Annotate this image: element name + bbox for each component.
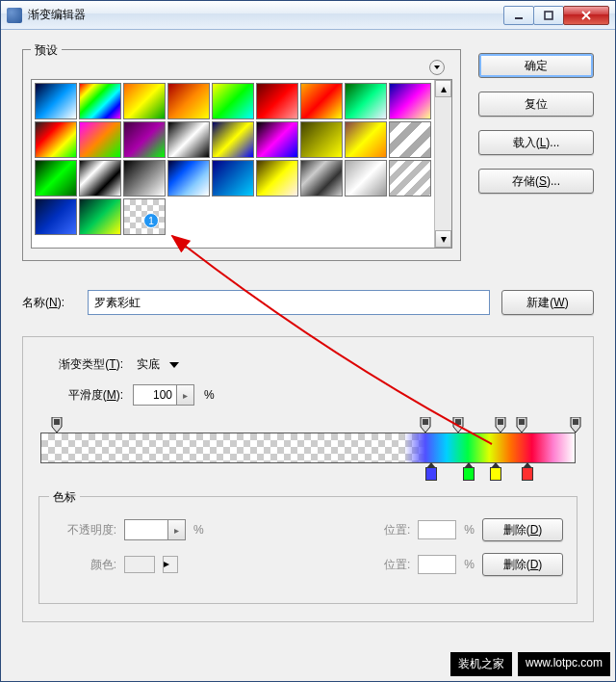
scroll-track[interactable] <box>435 97 451 230</box>
opacity-position-input <box>418 520 456 539</box>
preset-swatch[interactable] <box>212 83 254 119</box>
svg-rect-4 <box>455 419 461 425</box>
svg-rect-0 <box>515 17 523 19</box>
gradient-bar-area <box>40 415 576 483</box>
svg-rect-1 <box>545 12 552 19</box>
preset-swatch[interactable] <box>256 160 298 197</box>
preset-swatch[interactable] <box>123 160 166 197</box>
presets-legend: 预设 <box>31 42 62 59</box>
preset-swatch[interactable] <box>389 83 431 119</box>
preset-swatch[interactable] <box>79 121 121 158</box>
color-stop[interactable] <box>425 467 437 481</box>
presets-scroll: ▴ ▾ <box>31 79 452 249</box>
preset-swatch[interactable] <box>345 83 387 119</box>
opacity-field: ▸ <box>124 519 186 540</box>
smoothness-label: 平滑度(M): <box>38 387 123 404</box>
opacity-label: 不透明度: <box>53 522 116 538</box>
preset-swatch[interactable] <box>35 121 77 158</box>
preset-swatch[interactable] <box>35 83 77 119</box>
presets-scrollbar[interactable]: ▴ ▾ <box>434 80 451 248</box>
preset-swatch[interactable] <box>212 160 254 197</box>
preset-swatch[interactable] <box>123 121 166 158</box>
window-title: 渐变编辑器 <box>28 7 504 23</box>
smoothness-spinner[interactable]: ▸ <box>177 384 194 406</box>
stops-legend: 色标 <box>49 489 80 506</box>
gradient-settings-group: 渐变类型(T): 实底 平滑度(M): ▸ % 色标 <box>22 336 594 622</box>
preset-swatch[interactable] <box>79 83 121 119</box>
watermark: 装机之家 www.lotpc.com <box>450 652 610 676</box>
presets-menu-button[interactable] <box>429 60 445 75</box>
preset-swatch[interactable] <box>256 121 298 158</box>
opacity-spinner: ▸ <box>168 519 186 540</box>
preset-swatch[interactable] <box>300 160 343 197</box>
preset-swatch[interactable] <box>123 198 166 235</box>
gradient-type-select[interactable]: 实底 <box>133 354 179 375</box>
preset-swatch[interactable] <box>79 198 121 235</box>
opacity-stop[interactable] <box>451 417 465 431</box>
titlebar[interactable]: 渐变编辑器 <box>1 1 615 30</box>
opacity-input <box>124 519 168 540</box>
color-stops-group: 色标 不透明度: ▸ % 位置: % 删除(D) 颜色: <box>38 496 578 604</box>
color-stop[interactable] <box>490 467 501 481</box>
preset-swatch[interactable] <box>35 160 77 197</box>
smoothness-field[interactable]: ▸ <box>133 384 194 406</box>
scroll-down-button[interactable]: ▾ <box>435 230 451 248</box>
color-position-input <box>418 555 456 574</box>
reset-button[interactable]: 复位 <box>478 92 594 117</box>
opacity-delete-button[interactable]: 删除(D) <box>482 518 563 541</box>
name-label: 名称(N): <box>22 295 76 311</box>
close-button[interactable] <box>563 6 609 25</box>
gradient-bar[interactable] <box>40 433 576 463</box>
color-delete-button[interactable]: 删除(D) <box>482 553 563 576</box>
gradient-type-label: 渐变类型(T): <box>38 356 123 373</box>
preset-swatch[interactable] <box>345 160 387 197</box>
opacity-stop[interactable] <box>494 417 507 431</box>
dropdown-arrow-icon <box>169 362 179 368</box>
preset-swatch[interactable] <box>345 121 387 158</box>
load-button[interactable]: 载入(L)... <box>478 130 594 155</box>
preset-swatch[interactable] <box>212 121 254 158</box>
preset-swatch[interactable] <box>167 160 210 197</box>
preset-swatch[interactable] <box>79 160 121 197</box>
presets-grid <box>32 80 434 248</box>
preset-swatch[interactable] <box>389 121 431 158</box>
smoothness-input[interactable] <box>133 384 177 406</box>
color-label: 颜色: <box>53 557 116 573</box>
color-stop[interactable] <box>463 467 475 481</box>
preset-swatch[interactable] <box>300 121 343 158</box>
opacity-position-label: 位置: <box>384 522 410 538</box>
opacity-stop[interactable] <box>50 417 64 431</box>
gradient-editor-window: 渐变编辑器 预设 ▴ ▾ <box>0 0 616 682</box>
preset-swatch[interactable] <box>167 83 210 119</box>
color-position-label: 位置: <box>384 557 410 573</box>
preset-swatch[interactable] <box>389 160 431 197</box>
presets-group: 预设 ▴ ▾ <box>22 49 461 261</box>
app-icon <box>7 8 22 23</box>
preset-swatch[interactable] <box>256 83 298 119</box>
new-button[interactable]: 新建(W) <box>501 290 594 315</box>
ok-button[interactable]: 确定 <box>478 53 594 78</box>
svg-rect-3 <box>423 419 428 425</box>
opacity-stop[interactable] <box>515 417 528 431</box>
preset-swatch[interactable] <box>123 83 166 119</box>
opacity-stop[interactable] <box>419 417 432 431</box>
svg-rect-6 <box>519 419 525 425</box>
preset-swatch[interactable] <box>300 83 343 119</box>
minimize-button[interactable] <box>503 6 534 25</box>
color-stop[interactable] <box>522 467 533 481</box>
preset-swatch[interactable] <box>167 121 210 158</box>
preset-swatch[interactable] <box>35 198 77 235</box>
save-button[interactable]: 存储(S)... <box>478 169 594 194</box>
maximize-button[interactable] <box>533 6 564 25</box>
scroll-up-button[interactable]: ▴ <box>435 80 451 97</box>
svg-rect-5 <box>498 419 503 425</box>
color-picker-arrow: ▸ <box>163 556 178 573</box>
svg-rect-7 <box>573 419 578 425</box>
opacity-stop[interactable] <box>569 417 582 431</box>
svg-rect-2 <box>54 419 60 425</box>
color-swatch <box>124 556 155 573</box>
name-input[interactable] <box>88 290 490 315</box>
